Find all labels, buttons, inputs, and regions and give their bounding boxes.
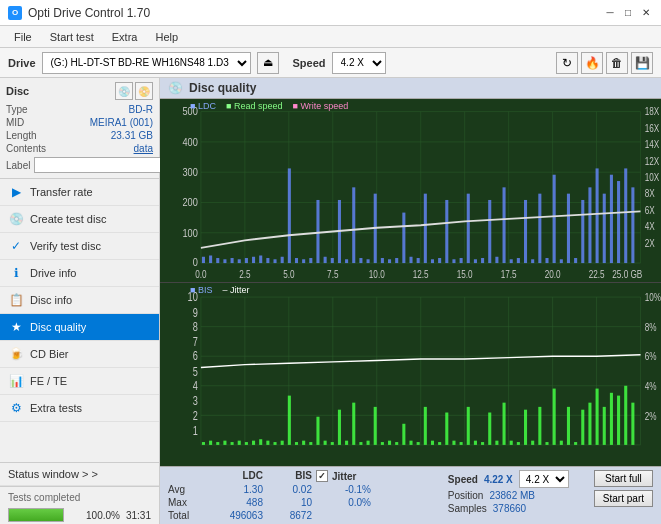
nav-drive-info[interactable]: ℹ Drive info	[0, 260, 159, 287]
speed-select[interactable]: 4.2 X	[332, 52, 386, 74]
svg-text:7: 7	[193, 335, 198, 349]
svg-rect-50	[245, 258, 248, 263]
disc-quality-icon: ★	[8, 319, 24, 335]
svg-rect-150	[288, 396, 291, 445]
svg-rect-147	[266, 441, 269, 445]
stats-table: LDC BIS ✓ Jitter Avg 1.30 0.02 -0.1% Max	[168, 470, 432, 521]
svg-text:10.0: 10.0	[369, 269, 385, 280]
disc-title: Disc	[6, 85, 29, 97]
nav-disc-quality[interactable]: ★ Disc quality	[0, 314, 159, 341]
svg-rect-103	[624, 168, 627, 263]
disc-label-input[interactable]	[34, 157, 167, 173]
save-button[interactable]: 💾	[631, 52, 653, 74]
svg-text:0.0: 0.0	[195, 269, 206, 280]
jitter-section: ✓ Jitter	[316, 470, 356, 482]
samples-value: 378660	[493, 503, 526, 514]
nav-transfer-rate-label: Transfer rate	[30, 186, 93, 198]
titlebar: O Opti Drive Control 1.70 ─ □ ✕	[0, 0, 661, 26]
svg-rect-79	[452, 259, 455, 263]
svg-rect-177	[481, 442, 484, 445]
menu-start-test[interactable]: Start test	[42, 29, 102, 45]
svg-rect-90	[531, 259, 534, 263]
close-button[interactable]: ✕	[639, 6, 653, 20]
maximize-button[interactable]: □	[621, 6, 635, 20]
svg-rect-100	[603, 194, 606, 263]
cd-bier-icon: 🍺	[8, 346, 24, 362]
nav-transfer-rate[interactable]: ▶ Transfer rate	[0, 179, 159, 206]
write-speed-legend: ■ Write speed	[292, 101, 348, 111]
svg-rect-44	[202, 257, 205, 263]
svg-rect-66	[359, 258, 362, 263]
svg-text:9: 9	[193, 305, 198, 319]
nav-disc-info-label: Disc info	[30, 294, 72, 306]
max-jitter: 0.0%	[316, 497, 371, 508]
svg-rect-196	[617, 396, 620, 445]
svg-rect-62	[331, 258, 334, 263]
svg-rect-162	[374, 407, 377, 445]
disc-contents-value[interactable]: data	[134, 143, 153, 154]
svg-rect-197	[624, 386, 627, 445]
ldc-col-header: LDC	[208, 470, 263, 482]
svg-rect-83	[481, 258, 484, 263]
speed-row: Speed 4.22 X 4.2 X	[448, 470, 578, 488]
avg-row: Avg 1.30 0.02 -0.1%	[168, 484, 432, 495]
status-window-link[interactable]: Status window > >	[0, 462, 159, 486]
nav-disc-info[interactable]: 📋 Disc info	[0, 287, 159, 314]
burn-button[interactable]: 🔥	[581, 52, 603, 74]
svg-text:15.0: 15.0	[457, 269, 473, 280]
svg-rect-164	[388, 441, 391, 445]
stats-header: LDC BIS ✓ Jitter	[168, 470, 432, 482]
ldc-legend: ■ LDC	[190, 101, 216, 111]
window-controls: ─ □ ✕	[603, 6, 653, 20]
disc-small-btn[interactable]: 📀	[135, 82, 153, 100]
svg-text:5: 5	[193, 364, 198, 378]
svg-rect-159	[352, 403, 355, 445]
svg-rect-153	[309, 442, 312, 445]
total-ldc: 496063	[208, 510, 263, 521]
menu-file[interactable]: File	[6, 29, 40, 45]
svg-rect-163	[381, 442, 384, 445]
svg-rect-51	[252, 257, 255, 263]
nav-verify-test-disc[interactable]: ✓ Verify test disc	[0, 233, 159, 260]
total-bis: 8672	[267, 510, 312, 521]
svg-text:2: 2	[193, 408, 198, 422]
svg-rect-45	[209, 255, 212, 263]
svg-rect-141	[223, 441, 226, 445]
minimize-button[interactable]: ─	[603, 6, 617, 20]
nav-create-test-disc[interactable]: 💿 Create test disc	[0, 206, 159, 233]
start-part-button[interactable]: Start part	[594, 490, 653, 507]
jitter-checkbox[interactable]: ✓	[316, 470, 328, 482]
menu-extra[interactable]: Extra	[104, 29, 146, 45]
svg-rect-151	[295, 442, 298, 445]
svg-text:16X: 16X	[645, 123, 660, 134]
menu-help[interactable]: Help	[147, 29, 186, 45]
nav-cd-bier[interactable]: 🍺 CD Bier	[0, 341, 159, 368]
svg-rect-64	[345, 259, 348, 263]
svg-rect-61	[324, 257, 327, 263]
disc-mid-row: MID MEIRA1 (001)	[6, 117, 153, 128]
disc-icon-btn[interactable]: 💿	[115, 82, 133, 100]
svg-text:8: 8	[193, 319, 198, 333]
read-speed-legend: ■ Read speed	[226, 101, 282, 111]
charts-container: ■ LDC ■ Read speed ■ Write speed	[160, 99, 661, 466]
titlebar-left: O Opti Drive Control 1.70	[8, 6, 150, 20]
svg-rect-102	[617, 181, 620, 263]
speed-select-dropdown[interactable]: 4.2 X	[519, 470, 569, 488]
svg-rect-0	[160, 99, 661, 282]
nav-extra-tests[interactable]: ⚙ Extra tests	[0, 395, 159, 422]
max-label: Max	[168, 497, 204, 508]
nav-fe-te[interactable]: 📊 FE / TE	[0, 368, 159, 395]
svg-rect-86	[503, 187, 506, 263]
refresh-button[interactable]: ↻	[556, 52, 578, 74]
svg-text:10X: 10X	[645, 172, 660, 183]
svg-rect-174	[460, 442, 463, 445]
svg-text:2X: 2X	[645, 238, 655, 249]
disc-type-row: Type BD-R	[6, 104, 153, 115]
start-full-button[interactable]: Start full	[594, 470, 653, 487]
svg-rect-65	[352, 187, 355, 263]
eject-button[interactable]: ⏏	[257, 52, 279, 74]
erase-button[interactable]: 🗑	[606, 52, 628, 74]
drive-select[interactable]: (G:) HL-DT-ST BD-RE WH16NS48 1.D3	[42, 52, 251, 74]
status-label: Tests completed	[8, 492, 88, 503]
svg-text:4: 4	[193, 379, 198, 393]
